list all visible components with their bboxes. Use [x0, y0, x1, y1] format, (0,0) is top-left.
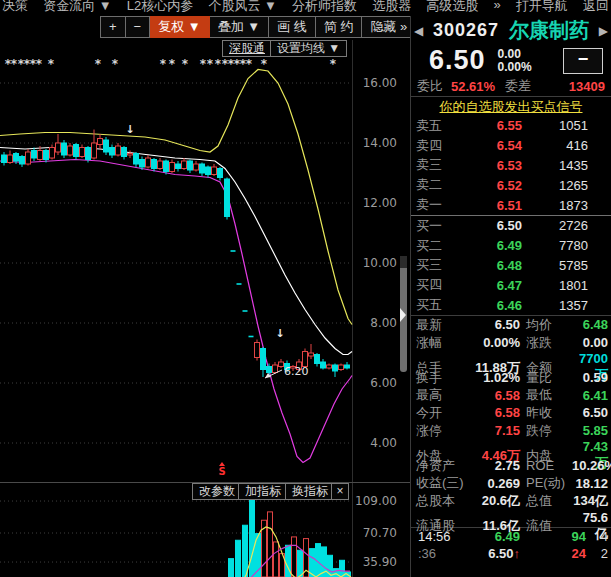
ask-row[interactable]: 卖一6.511873 — [411, 195, 611, 215]
bid-levels: 买一6.502726买二6.497780买三6.485785买四6.471801… — [411, 216, 611, 315]
weibi-row: 委比 52.61% 委差 13409 — [411, 76, 611, 96]
detail-label: 收益(三) — [416, 474, 472, 492]
chart-text: 16.00 — [363, 76, 397, 90]
ma-settings-button[interactable]: 设置均线 ▼ — [270, 40, 347, 57]
chart-text: 14.00 — [363, 136, 397, 150]
level-volume: 1873 — [522, 198, 588, 213]
bid-row[interactable]: 买一6.502726 — [411, 216, 611, 236]
level-label: 卖三 — [416, 156, 458, 174]
detail-value: 0.00 — [572, 335, 608, 350]
level-price: 6.52 — [458, 178, 522, 193]
chart-text: 12.00 — [363, 196, 397, 210]
detail-label: 最低 — [520, 386, 572, 404]
level-volume: 416 — [522, 138, 588, 153]
ask-row[interactable]: 卖四6.54416 — [411, 136, 611, 156]
bid-row[interactable]: 买三6.485785 — [411, 256, 611, 276]
candle-down — [176, 164, 181, 169]
level-volume: 1801 — [522, 278, 588, 293]
detail-label: ROE — [520, 458, 572, 473]
event-star-marker: * — [48, 57, 55, 71]
detail-value: 0.59 — [572, 370, 608, 385]
detail-label: 总股本 — [416, 492, 472, 510]
detail-value: 18.12 — [572, 476, 608, 491]
change-param-button[interactable]: 改参数 — [192, 483, 242, 500]
menu-item[interactable]: 打开导航 — [516, 0, 568, 15]
chart-text: 6.20 — [284, 365, 309, 378]
panel-splitter-handle[interactable] — [400, 256, 407, 372]
volume-bar-down — [229, 559, 234, 577]
bid-row[interactable]: 买四6.471801 — [411, 275, 611, 295]
price-change: 0.00 0.00% — [498, 48, 532, 74]
volume-bar-up — [292, 537, 297, 577]
buy-signal-link[interactable]: 你的自选股发出买点信号 — [411, 97, 611, 116]
candle-up — [80, 148, 85, 157]
candle-up — [38, 151, 43, 160]
candle-up — [273, 365, 278, 373]
menu-item[interactable]: 高级选股 — [426, 0, 478, 15]
detail-row: 最高6.58最低6.41 — [411, 386, 611, 404]
candle-down — [267, 367, 272, 373]
candle-down — [345, 365, 350, 368]
candle-down — [62, 143, 67, 155]
prev-stock-icon[interactable]: ◀ — [414, 24, 423, 38]
candle-up — [128, 154, 133, 156]
event-star-marker: * — [182, 57, 189, 71]
minimize-panel-button[interactable]: − — [563, 48, 603, 74]
candle-up — [8, 155, 13, 163]
ask-row[interactable]: 卖五6.551051 — [411, 116, 611, 136]
change-percent: 0.00% — [498, 60, 532, 74]
ask-row[interactable]: 卖二6.521265 — [411, 175, 611, 195]
close-indicator-icon[interactable]: × — [331, 483, 349, 500]
candle-down — [188, 161, 193, 170]
detail-row: 总手11.88万金额7700万 — [411, 351, 611, 369]
band-line — [0, 160, 352, 463]
detail-value: 6.58 — [472, 405, 520, 420]
stock-header: ◀ 300267 尔康制药 ▶ — [411, 16, 611, 45]
candle-down — [206, 167, 211, 175]
event-star-marker: * — [246, 57, 253, 71]
candle-up — [92, 143, 97, 158]
chart-text: 8.00 — [370, 316, 397, 330]
level-label: 买二 — [416, 237, 458, 255]
add-indicator-button[interactable]: 加指标 — [238, 483, 288, 500]
candle-up — [98, 139, 103, 145]
quote-panel: ◀ 300267 尔康制药 ▶ 6.50 0.00 0.00% − 委比 52.… — [410, 16, 611, 577]
candle-up — [309, 353, 314, 356]
candle-down — [164, 161, 169, 172]
sell-arrow-marker: ↓ — [275, 327, 284, 340]
event-star-marker: * — [215, 57, 222, 71]
candle-down — [321, 362, 326, 368]
level-price: 6.48 — [458, 258, 522, 273]
chart-text: 35.90 — [363, 555, 397, 569]
detail-label: 昨收 — [520, 404, 572, 422]
bid-row[interactable]: 买五6.461357 — [411, 295, 611, 315]
event-star-marker: * — [112, 57, 119, 71]
shenzhen-connect-button[interactable]: 深股通 — [222, 40, 272, 57]
candle-down — [218, 169, 223, 178]
detail-label: PE(动) — [520, 474, 572, 492]
candle-up — [182, 161, 187, 169]
switch-indicator-button[interactable]: 换指标 — [285, 483, 335, 500]
tick-price: 6.49 — [464, 529, 520, 544]
bid-row[interactable]: 买二6.497780 — [411, 236, 611, 256]
detail-value: 6.50 — [472, 317, 520, 332]
stock-code: 300267 — [433, 20, 499, 41]
candle-up — [327, 365, 332, 368]
detail-label: 均价 — [520, 316, 572, 334]
candle-up — [339, 365, 344, 370]
last-price: 6.50 — [429, 45, 486, 76]
menu-item[interactable]: 返回 — [583, 0, 609, 15]
band-line — [0, 70, 352, 325]
menu-item[interactable]: » — [493, 0, 500, 12]
tick-count: 4 — [586, 529, 608, 544]
event-star-marker: * — [169, 57, 176, 71]
volume-bar-down — [243, 525, 248, 577]
detail-row: 今开6.58昨收6.50 — [411, 404, 611, 422]
candle-up — [279, 362, 284, 367]
candle-up — [170, 163, 175, 172]
level-price: 6.49 — [458, 238, 522, 253]
next-stock-icon[interactable]: ▶ — [599, 24, 608, 38]
tick-volume: 94 — [520, 529, 586, 544]
ask-row[interactable]: 卖三6.531435 — [411, 156, 611, 176]
detail-row: 最新6.50均价6.48 — [411, 316, 611, 334]
